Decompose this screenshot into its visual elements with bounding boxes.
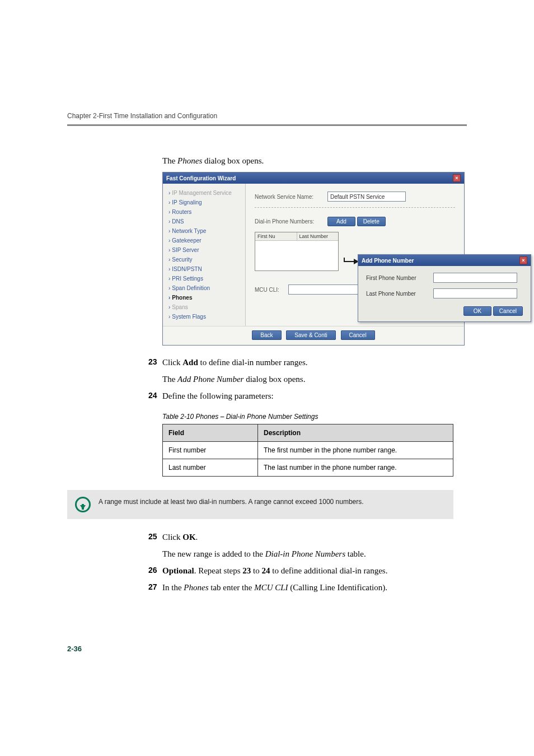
table-caption: Table 2-10 Phones – Dial-in Phone Number… — [162, 413, 453, 424]
label: System Flags — [172, 314, 206, 320]
chevron-icon: › — [168, 256, 170, 263]
cell: First number — [163, 442, 258, 459]
save-continue-button[interactable]: Save & Conti — [286, 330, 335, 340]
note-icon — [75, 497, 91, 512]
t: Optional — [162, 566, 194, 575]
sidebar-item[interactable]: ›ISDN/PSTN — [166, 264, 242, 274]
sidebar-item[interactable]: ›IP Signaling — [166, 198, 242, 207]
add-phone-number-dialog: Add Phone Number × First Phone Number La… — [358, 254, 531, 322]
cell: The last number in the phone number rang… — [258, 459, 453, 477]
col-last: Last Number — [297, 232, 339, 240]
t: 23 — [242, 566, 251, 575]
dialog-main-panel: Network Service Name: Dial-in Phone Numb… — [246, 184, 464, 326]
sidebar-item[interactable]: ›SIP Server — [166, 245, 242, 255]
sidebar-item[interactable]: ›Span Definition — [166, 283, 242, 293]
ok-button[interactable]: OK — [463, 306, 491, 316]
t: Phones — [177, 156, 202, 165]
sidebar-item[interactable]: ›Gatekeeper — [166, 236, 242, 245]
t: Click — [162, 358, 182, 367]
label: IP Signaling — [172, 199, 202, 206]
last-phone-input[interactable] — [433, 288, 517, 298]
first-phone-input[interactable] — [433, 273, 517, 283]
close-icon[interactable]: × — [519, 256, 527, 264]
t: OK — [182, 533, 195, 542]
label: Network Type — [172, 228, 206, 234]
step-24: 24 Define the following parameters: — [148, 389, 467, 403]
page-number: 2-36 — [67, 645, 467, 653]
step-26: 26 Optional. Repeat steps 23 to 24 to de… — [148, 564, 467, 577]
t: (Calling Line Identification). — [288, 583, 387, 592]
label: PRI Settings — [172, 276, 203, 282]
sidebar-item[interactable]: ›Security — [166, 255, 242, 264]
dialin-numbers-table[interactable]: First Nu Last Number — [255, 232, 339, 271]
t: . Repeat steps — [194, 566, 243, 575]
label: DNS — [172, 218, 184, 225]
network-service-label: Network Service Name: — [255, 194, 327, 200]
cancel-button[interactable]: Cancel — [493, 306, 523, 316]
step-number: 27 — [148, 581, 162, 594]
chevron-icon: › — [168, 285, 170, 291]
t: MCU CLI — [254, 583, 288, 592]
t: to define dial-in number ranges. — [198, 358, 308, 367]
th-field: Field — [163, 424, 258, 442]
t: Define the following parameters: — [162, 389, 467, 403]
t: 24 — [262, 566, 270, 575]
chevron-icon: › — [168, 314, 170, 320]
label: Spans — [172, 304, 188, 310]
sidebar-item[interactable]: ›System Flags — [166, 312, 242, 321]
dialin-label: Dial-in Phone Numbers: — [255, 218, 327, 225]
t: Click — [162, 533, 182, 542]
add-button[interactable]: Add — [327, 217, 355, 226]
chevron-icon: › — [168, 276, 170, 282]
sidebar-item[interactable]: ›IP Management Service — [166, 188, 242, 198]
chevron-icon: › — [168, 199, 170, 206]
note-text: A range must include at least two dial-i… — [99, 497, 364, 507]
table-row: Last number The last number in the phone… — [163, 459, 453, 477]
phones-param-table: Table 2-10 Phones – Dial-in Phone Number… — [162, 413, 453, 477]
sidebar-item[interactable]: ›DNS — [166, 217, 242, 226]
wizard-sidebar: ›IP Management Service ›IP Signaling ›Ro… — [163, 184, 246, 326]
callout-arrow-icon — [344, 256, 359, 264]
t: In the — [162, 583, 184, 592]
t: Phones — [184, 583, 208, 592]
separator — [255, 207, 455, 208]
sidebar-item[interactable]: ›PRI Settings — [166, 274, 242, 283]
th-desc: Description — [258, 424, 453, 442]
mcu-cli-input[interactable] — [288, 284, 361, 295]
delete-button[interactable]: Delete — [357, 217, 386, 226]
fast-config-wizard-dialog: Fast Configuration Wizard × ›IP Manageme… — [162, 172, 465, 346]
chapter-header: Chapter 2-First Time Installation and Co… — [67, 112, 467, 126]
label: IP Management Service — [172, 190, 232, 196]
sidebar-item[interactable]: ›Spans — [166, 302, 242, 312]
dialog-titlebar: Fast Configuration Wizard × — [163, 172, 464, 184]
nested-title-text: Add Phone Number — [362, 258, 414, 264]
t: The — [162, 375, 177, 384]
label: Security — [172, 256, 192, 263]
chevron-icon: › — [168, 190, 170, 196]
sidebar-item-phones[interactable]: ›Phones — [166, 293, 242, 302]
step-number: 23 — [148, 356, 162, 369]
t: dialog box opens. — [243, 375, 305, 384]
cancel-button[interactable]: Cancel — [341, 330, 375, 340]
t: to — [251, 566, 261, 575]
label: ISDN/PSTN — [172, 266, 202, 272]
t: Dial-in Phone Numbers — [265, 549, 345, 558]
cell: The first number in the phone number ran… — [258, 442, 453, 459]
step-25-sub: The new range is added to the Dial-in Ph… — [162, 547, 467, 561]
dialog-title-text: Fast Configuration Wizard — [166, 175, 236, 181]
chevron-icon: › — [168, 237, 170, 244]
sidebar-item[interactable]: ›Routers — [166, 207, 242, 217]
cell: Last number — [163, 459, 258, 477]
step-23-sub: The Add Phone Number dialog box opens. — [162, 372, 467, 386]
sidebar-item[interactable]: ›Network Type — [166, 226, 242, 236]
label: Gatekeeper — [172, 237, 201, 244]
back-button[interactable]: Back — [252, 330, 281, 340]
step-25: 25 Click OK. — [148, 530, 467, 544]
chevron-icon: › — [168, 209, 170, 215]
label: SIP Server — [172, 247, 199, 253]
t: tab enter the — [209, 583, 255, 592]
network-service-input[interactable] — [327, 192, 406, 202]
close-icon[interactable]: × — [453, 174, 461, 182]
note-box: A range must include at least two dial-i… — [67, 490, 453, 519]
table-row: First number The first number in the pho… — [163, 442, 453, 459]
